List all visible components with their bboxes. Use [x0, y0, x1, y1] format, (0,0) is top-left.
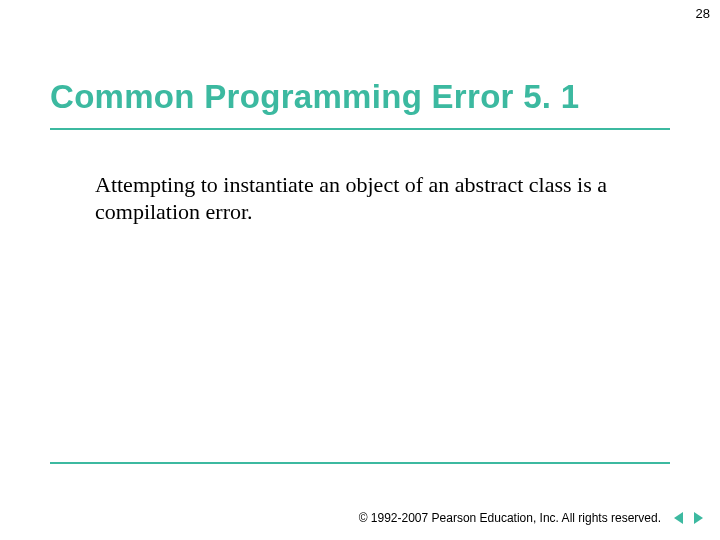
- triangle-right-icon: [691, 511, 705, 525]
- prev-arrow-button[interactable]: [671, 510, 687, 526]
- footer: © 1992-2007 Pearson Education, Inc. All …: [359, 510, 706, 526]
- svg-marker-1: [694, 512, 703, 524]
- slide-body-text: Attempting to instantiate an object of a…: [95, 172, 635, 226]
- svg-marker-0: [674, 512, 683, 524]
- next-arrow-button[interactable]: [690, 510, 706, 526]
- page-number: 28: [696, 6, 710, 21]
- bottom-divider: [50, 462, 670, 464]
- nav-arrows: [671, 510, 706, 526]
- slide-title: Common Programming Error 5. 1: [50, 78, 579, 116]
- title-divider: [50, 128, 670, 130]
- triangle-left-icon: [672, 511, 686, 525]
- copyright-text: © 1992-2007 Pearson Education, Inc. All …: [359, 511, 661, 525]
